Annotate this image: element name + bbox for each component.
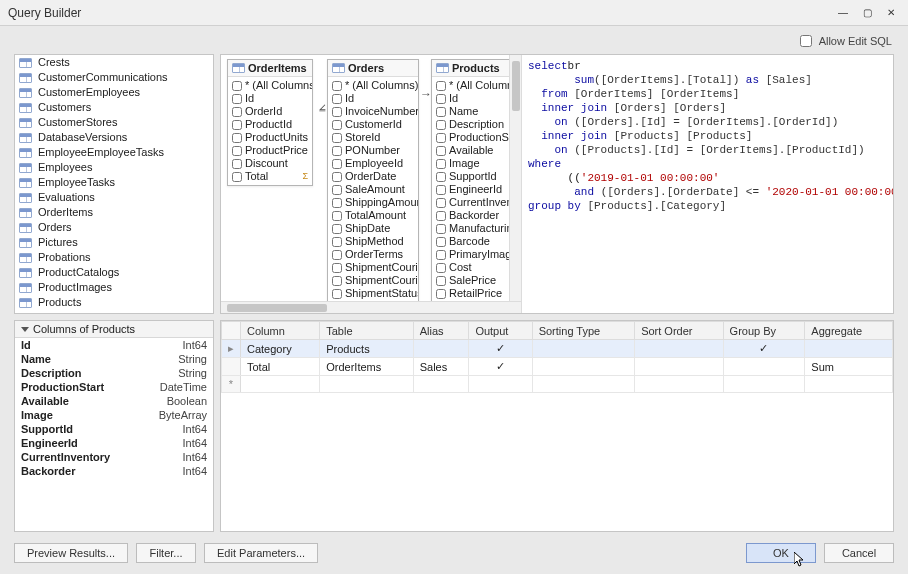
field-checkbox[interactable] bbox=[332, 250, 342, 260]
close-button[interactable]: ✕ bbox=[882, 6, 900, 20]
table-item[interactable]: ProductImages bbox=[15, 280, 213, 295]
field-row[interactable]: Backorder bbox=[432, 209, 521, 222]
field-checkbox[interactable] bbox=[232, 133, 242, 143]
filter-button[interactable]: Filter... bbox=[136, 543, 196, 563]
grid-header[interactable]: Sorting Type bbox=[532, 322, 634, 340]
field-row[interactable]: ProductUnits bbox=[228, 131, 312, 144]
field-row[interactable]: Discount bbox=[228, 157, 312, 170]
tables-scroll[interactable]: CrestsCustomerCommunicationsCustomerEmpl… bbox=[15, 55, 213, 313]
criteria-table[interactable]: ColumnTableAliasOutputSorting TypeSort O… bbox=[221, 321, 893, 393]
field-row[interactable]: RetailPrice bbox=[432, 287, 521, 300]
field-checkbox[interactable] bbox=[232, 81, 242, 91]
field-row[interactable]: ShipmentCourier bbox=[328, 261, 418, 274]
column-property-row[interactable]: AvailableBoolean bbox=[15, 394, 213, 408]
column-property-row[interactable]: SupportIdInt64 bbox=[15, 422, 213, 436]
field-checkbox[interactable] bbox=[436, 250, 446, 260]
column-property-row[interactable]: DescriptionString bbox=[15, 366, 213, 380]
column-property-row[interactable]: NameString bbox=[15, 352, 213, 366]
table-item[interactable]: EmployeeTasks bbox=[15, 175, 213, 190]
field-row[interactable]: Id bbox=[432, 92, 521, 105]
table-item[interactable]: CustomerCommunications bbox=[15, 70, 213, 85]
cell-sort-order[interactable] bbox=[635, 340, 723, 358]
column-property-row[interactable]: EngineerIdInt64 bbox=[15, 436, 213, 450]
edit-parameters-button[interactable]: Edit Parameters... bbox=[204, 543, 318, 563]
field-row[interactable]: EngineerId bbox=[432, 183, 521, 196]
ok-button[interactable]: OK bbox=[746, 543, 816, 563]
field-checkbox[interactable] bbox=[436, 146, 446, 156]
field-row[interactable]: Id bbox=[228, 92, 312, 105]
field-row[interactable]: ProductionStart bbox=[432, 131, 521, 144]
cell-table[interactable]: Products bbox=[320, 340, 413, 358]
field-row[interactable]: * (All Columns) bbox=[328, 79, 418, 92]
table-item[interactable]: Products bbox=[15, 295, 213, 310]
field-row[interactable]: Cost bbox=[432, 261, 521, 274]
field-checkbox[interactable] bbox=[436, 211, 446, 221]
cell-output[interactable]: ✓ bbox=[469, 340, 532, 358]
field-checkbox[interactable] bbox=[332, 159, 342, 169]
cell-alias[interactable]: Sales bbox=[413, 358, 469, 376]
field-row[interactable]: SalePrice bbox=[432, 274, 521, 287]
cell-group-by[interactable] bbox=[723, 358, 805, 376]
table-item[interactable]: Probations bbox=[15, 250, 213, 265]
cell-alias[interactable] bbox=[413, 340, 469, 358]
table-item[interactable]: Evaluations bbox=[15, 190, 213, 205]
field-row[interactable]: Image bbox=[432, 157, 521, 170]
field-checkbox[interactable] bbox=[436, 237, 446, 247]
grid-header[interactable]: Alias bbox=[413, 322, 469, 340]
field-checkbox[interactable] bbox=[332, 94, 342, 104]
field-checkbox[interactable] bbox=[232, 94, 242, 104]
table-item[interactable]: ProductCatalogs bbox=[15, 265, 213, 280]
table-item[interactable]: QuoteItems bbox=[15, 310, 213, 313]
columns-panel-header[interactable]: Columns of Products bbox=[15, 321, 213, 338]
field-row[interactable]: Description bbox=[432, 118, 521, 131]
table-item[interactable]: CustomerEmployees bbox=[15, 85, 213, 100]
field-checkbox[interactable] bbox=[332, 224, 342, 234]
grid-header[interactable]: Table bbox=[320, 322, 413, 340]
field-row[interactable]: ShippingAmount bbox=[328, 196, 418, 209]
cell-sorting-type[interactable] bbox=[532, 340, 634, 358]
field-checkbox[interactable] bbox=[232, 172, 242, 182]
table-item[interactable]: CustomerStores bbox=[15, 115, 213, 130]
field-checkbox[interactable] bbox=[332, 133, 342, 143]
grid-new-row[interactable]: * bbox=[222, 376, 893, 393]
grid-header[interactable]: Sort Order bbox=[635, 322, 723, 340]
field-row[interactable]: ShipDate bbox=[328, 222, 418, 235]
field-checkbox[interactable] bbox=[232, 107, 242, 117]
field-row[interactable]: CustomerId bbox=[328, 118, 418, 131]
grid-row[interactable]: ▸ Category Products ✓ ✓ bbox=[222, 340, 893, 358]
diagram-horizontal-scrollbar[interactable] bbox=[221, 301, 521, 313]
field-row[interactable]: ProductPrice bbox=[228, 144, 312, 157]
grid-header[interactable]: Group By bbox=[723, 322, 805, 340]
field-checkbox[interactable] bbox=[436, 276, 446, 286]
field-checkbox[interactable] bbox=[436, 172, 446, 182]
field-checkbox[interactable] bbox=[332, 211, 342, 221]
table-item[interactable]: DatabaseVersions bbox=[15, 130, 213, 145]
diagram-pane[interactable]: OrderItems * (All Columns)IdOrderIdProdu… bbox=[221, 55, 521, 313]
field-row[interactable]: Barcode bbox=[432, 235, 521, 248]
field-checkbox[interactable] bbox=[436, 107, 446, 117]
field-checkbox[interactable] bbox=[332, 237, 342, 247]
field-row[interactable]: OrderDate bbox=[328, 170, 418, 183]
field-row[interactable]: Name bbox=[432, 105, 521, 118]
grid-header[interactable]: Column bbox=[241, 322, 320, 340]
cell-group-by[interactable]: ✓ bbox=[723, 340, 805, 358]
field-row[interactable]: TotalAmount bbox=[328, 209, 418, 222]
column-property-row[interactable]: ProductionStartDateTime bbox=[15, 380, 213, 394]
column-property-row[interactable]: CurrentInventoryInt64 bbox=[15, 450, 213, 464]
field-checkbox[interactable] bbox=[232, 146, 242, 156]
field-checkbox[interactable] bbox=[332, 198, 342, 208]
field-checkbox[interactable] bbox=[332, 289, 342, 299]
field-row[interactable]: SupportId bbox=[432, 170, 521, 183]
cell-aggregate[interactable] bbox=[805, 340, 893, 358]
cell-table[interactable]: OrderItems bbox=[320, 358, 413, 376]
field-row[interactable]: StoreId bbox=[328, 131, 418, 144]
field-row[interactable]: ShipmentCourier... bbox=[328, 274, 418, 287]
table-item[interactable]: Customers bbox=[15, 100, 213, 115]
field-row[interactable]: ProductId bbox=[228, 118, 312, 131]
grid-row[interactable]: Total OrderItems Sales ✓ Sum bbox=[222, 358, 893, 376]
field-checkbox[interactable] bbox=[436, 159, 446, 169]
field-checkbox[interactable] bbox=[332, 146, 342, 156]
grid-header[interactable]: Aggregate bbox=[805, 322, 893, 340]
cell-sort-order[interactable] bbox=[635, 358, 723, 376]
field-row[interactable]: InvoiceNumber bbox=[328, 105, 418, 118]
